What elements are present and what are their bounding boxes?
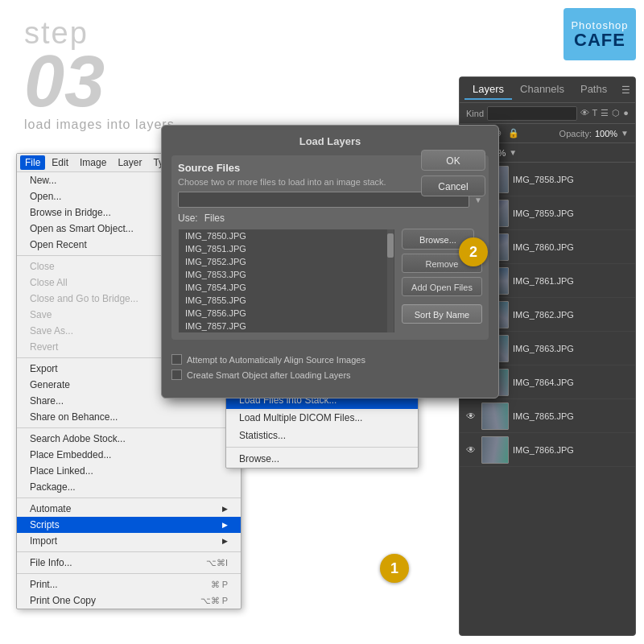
lock-all-icon: 🔒: [508, 128, 519, 138]
menu-layer[interactable]: Layer: [113, 155, 147, 170]
step-number: 03: [24, 51, 175, 113]
dot-icon: ●: [623, 108, 629, 118]
checkbox-smart: Create Smart Object after Loading Layers: [171, 369, 489, 380]
step-circle-1: 1: [380, 554, 409, 583]
scrollbar[interactable]: [387, 229, 394, 333]
checkbox-smart-box[interactable]: [171, 369, 182, 380]
menu-search-stock[interactable]: Search Adobe Stock...: [17, 431, 241, 447]
file-list-area: IMG_7850.JPGIMG_7851.JPGIMG_7852.JPGIMG_…: [178, 229, 482, 333]
dialog-file-item[interactable]: IMG_7851.JPG: [179, 242, 394, 255]
layer-item[interactable]: 👁 IMG_7865.JPG: [460, 399, 635, 433]
step-circle-2: 2: [459, 237, 488, 266]
layer-name: IMG_7864.JPG: [513, 378, 630, 387]
dialog-ok-button[interactable]: OK: [421, 150, 485, 171]
opacity-label: Opacity:: [559, 129, 592, 138]
dialog-file-item[interactable]: IMG_7856.JPG: [179, 307, 394, 320]
layers-tabs-bar: Layers Channels Paths ☰: [460, 77, 635, 103]
layer-name: IMG_7859.JPG: [513, 208, 630, 218]
use-value: Files: [204, 213, 225, 224]
layers-panel-menu-icon[interactable]: ☰: [621, 85, 630, 96]
dialog-file-item[interactable]: IMG_7850.JPG: [179, 229, 394, 242]
layer-name: IMG_7866.JPG: [513, 445, 630, 455]
layer-thumbnail: [481, 402, 509, 430]
dialog-cancel-button[interactable]: Cancel: [421, 175, 485, 196]
step-subtitle: load images into layers: [24, 118, 175, 132]
sep3: [17, 427, 241, 428]
checkbox-align-box[interactable]: [171, 354, 182, 365]
step-header: step 03 load images into layers: [24, 16, 175, 132]
load-layers-dialog: Load Layers OK Cancel Source Files Choos…: [161, 125, 499, 398]
use-row: Use: Files: [178, 213, 482, 224]
submenu-sep2: [226, 447, 418, 448]
fill-arrow-icon: ▼: [509, 148, 517, 157]
dialog-file-item[interactable]: IMG_7855.JPG: [179, 294, 394, 307]
layer-eye-icon[interactable]: 👁: [464, 444, 477, 456]
checkbox-align: Attempt to Automatically Align Source Im…: [171, 354, 489, 365]
dialog-file-item[interactable]: IMG_7852.JPG: [179, 255, 394, 268]
menu-place-linked[interactable]: Place Linked...: [17, 463, 241, 479]
menu-print-one[interactable]: Print One Copy ⌥⌘ P: [17, 592, 241, 609]
checkbox-smart-label: Create Smart Object after Loading Layers: [187, 370, 351, 380]
layer-name: IMG_7862.JPG: [513, 310, 630, 320]
layer-name: IMG_7860.JPG: [513, 242, 630, 252]
layers-icons: 👁 T ☰ ⬡ ●: [580, 108, 629, 118]
opacity-arrow-icon: ▼: [621, 129, 629, 138]
menu-place-embedded[interactable]: Place Embedded...: [17, 447, 241, 463]
sep5: [17, 551, 241, 552]
layer-thumbnail: [481, 436, 509, 464]
sort-by-name-button[interactable]: Sort By Name: [402, 304, 482, 324]
dialog-checkboxes: Attempt to Automatically Align Source Im…: [171, 354, 489, 385]
layers-toolbar: Kind 👁 T ☰ ⬡ ●: [460, 103, 635, 124]
file-list[interactable]: IMG_7850.JPGIMG_7851.JPGIMG_7852.JPGIMG_…: [178, 229, 395, 333]
layer-item[interactable]: 👁 IMG_7866.JPG: [460, 433, 635, 467]
menu-scripts[interactable]: Scripts: [17, 517, 241, 533]
submenu-load-dicom[interactable]: Load Multiple DICOM Files...: [226, 409, 418, 427]
submenu-statistics[interactable]: Statistics...: [226, 427, 418, 444]
opacity-value[interactable]: 100%: [595, 129, 617, 138]
dialog-title: Load Layers: [171, 135, 489, 147]
menu-package[interactable]: Package...: [17, 479, 241, 495]
dialog-file-item[interactable]: IMG_7857.JPG: [179, 320, 394, 332]
menu-file[interactable]: File: [20, 155, 45, 170]
dialog-ok-cancel: OK Cancel: [421, 150, 485, 196]
cafe-text: CAFE: [574, 31, 625, 49]
layer-name: IMG_7861.JPG: [513, 276, 630, 286]
checkbox-align-label: Attempt to Automatically Align Source Im…: [187, 355, 365, 365]
dropdown-arrow-icon: ▼: [474, 196, 482, 204]
menu-edit[interactable]: Edit: [47, 155, 73, 170]
sep4: [17, 497, 241, 498]
dialog-file-item[interactable]: IMG_7854.JPG: [179, 281, 394, 294]
layer-name: IMG_7858.JPG: [513, 175, 630, 184]
menu-automate[interactable]: Automate: [17, 501, 241, 517]
tab-layers[interactable]: Layers: [464, 80, 512, 100]
scrollbar-thumb: [387, 233, 394, 258]
use-label: Use:: [178, 213, 198, 224]
menu-share-behance[interactable]: Share on Behance...: [17, 409, 241, 425]
ps-cafe-logo: Photoshop CAFE: [564, 8, 636, 60]
smart-obj-icon: ⬡: [612, 108, 620, 118]
menu-file-info[interactable]: File Info... ⌥⌘I: [17, 555, 241, 571]
menu-print[interactable]: Print... ⌘ P: [17, 576, 241, 592]
layers-search-bar[interactable]: [487, 106, 577, 121]
tab-paths[interactable]: Paths: [572, 80, 615, 100]
kind-label: Kind: [466, 109, 484, 118]
add-open-files-button[interactable]: Add Open Files: [402, 277, 482, 296]
layer-eye-icon[interactable]: 👁: [464, 410, 477, 423]
dialog-file-item[interactable]: IMG_7853.JPG: [179, 268, 394, 281]
menu-image[interactable]: Image: [75, 155, 111, 170]
type-icon: T: [592, 108, 598, 118]
menu-import[interactable]: Import: [17, 533, 241, 549]
tab-channels[interactable]: Channels: [512, 80, 572, 100]
sep6: [17, 573, 241, 574]
layer-name: IMG_7865.JPG: [513, 411, 630, 421]
adjustment-icon: ☰: [601, 108, 609, 118]
layer-name: IMG_7863.JPG: [513, 344, 630, 353]
submenu-browse[interactable]: Browse...: [226, 450, 418, 468]
eye-icon: 👁: [580, 108, 589, 118]
